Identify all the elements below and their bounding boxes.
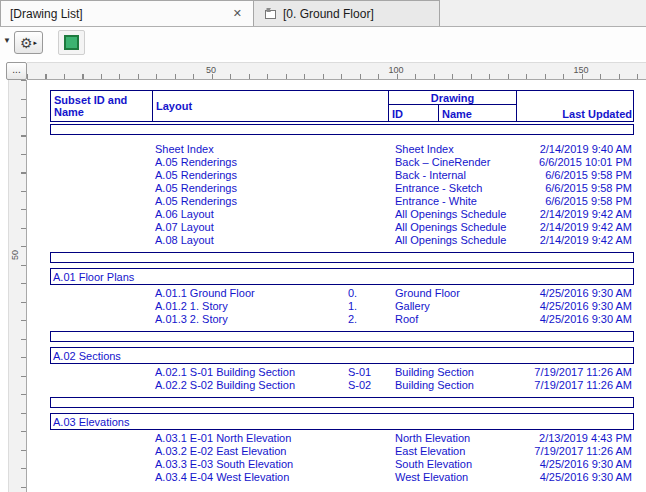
cell-layout: A.03.3 E-03 South Elevation [155, 458, 293, 470]
cell-layout: Sheet Index [155, 143, 214, 155]
cell-layout: A.05 Renderings [155, 182, 237, 194]
cell-last-updated: 6/6/2015 9:58 PM [545, 195, 632, 207]
section-rows: A.01.1 Ground Floor0.Ground Floor4/25/20… [50, 287, 634, 326]
tab-ground-floor[interactable]: [0. Ground Floor] [254, 0, 440, 26]
cell-name: South Elevation [395, 458, 472, 470]
table-row: A.05 RenderingsBack – CineRender6/6/2015… [50, 156, 634, 169]
table-row: A.01.2 1. Story1.Gallery4/25/2016 9:30 A… [50, 300, 634, 313]
cell-name: Sheet Index [395, 143, 454, 155]
drawing-list-body: Sheet IndexSheet Index2/14/2019 9:40 AMA… [50, 124, 634, 484]
ruler-label: 150 [573, 65, 588, 75]
drawing-list-table: Subset ID and Name Layout Drawing ID Nam… [50, 90, 634, 484]
cell-name: Entrance - Sketch [395, 182, 482, 194]
cell-last-updated: 4/25/2016 9:30 AM [540, 287, 632, 299]
cell-last-updated: 6/6/2015 9:58 PM [545, 182, 632, 194]
cell-name: All Openings Schedule [395, 208, 506, 220]
header-subset: Subset ID and Name [51, 91, 153, 121]
cell-last-updated: 2/14/2019 9:42 AM [540, 208, 632, 220]
subset-title: A.03 Elevations [50, 413, 634, 430]
cell-last-updated: 6/6/2015 9:58 PM [545, 169, 632, 181]
ruler-label: 50 [10, 250, 20, 260]
cell-layout: A.05 Renderings [155, 195, 237, 207]
table-row: A.05 RenderingsBack - Internal6/6/2015 9… [50, 169, 634, 182]
cell-id: S-02 [348, 379, 371, 391]
section-separator [50, 124, 634, 135]
cell-layout: A.01.3 2. Story [155, 313, 228, 325]
cell-layout: A.01.1 Ground Floor [155, 287, 255, 299]
cell-name: Building Section [395, 379, 474, 391]
cell-name: Gallery [395, 300, 430, 312]
section-rows: Sheet IndexSheet Index2/14/2019 9:40 AMA… [50, 143, 634, 247]
table-row: A.01.1 Ground Floor0.Ground Floor4/25/20… [50, 287, 634, 300]
tab-drawing-list-label: [Drawing List] [10, 7, 83, 21]
toolbar: ▼ ⚙ ▸ [0, 27, 646, 60]
cell-last-updated: 2/14/2019 9:40 AM [540, 143, 632, 155]
ruler-options-button[interactable]: ... [6, 62, 27, 80]
table-row: A.03.2 E-02 East ElevationEast Elevation… [50, 445, 634, 458]
cell-layout: A.03.2 E-02 East Elevation [155, 445, 286, 457]
section-separator [50, 331, 634, 342]
cell-layout: A.02.2 S-02 Building Section [155, 379, 295, 391]
cell-name: Building Section [395, 366, 474, 378]
close-icon[interactable]: ✕ [231, 7, 244, 20]
table-row: A.02.2 S-02 Building SectionS-02Building… [50, 379, 634, 392]
vertical-ruler[interactable]: 50 [8, 80, 27, 492]
gear-icon: ⚙ [20, 36, 33, 50]
cell-layout: A.01.2 1. Story [155, 300, 228, 312]
table-row: A.03.4 E-04 West ElevationWest Elevation… [50, 471, 634, 484]
cell-layout: A.08 Layout [155, 234, 214, 246]
subset-title: A.02 Sections [50, 347, 634, 364]
layout-canvas[interactable]: Subset ID and Name Layout Drawing ID Nam… [27, 80, 646, 492]
table-header: Subset ID and Name Layout Drawing ID Nam… [50, 90, 634, 122]
collapse-arrow-icon[interactable]: ▼ [3, 36, 11, 45]
cell-last-updated: 4/25/2016 9:30 AM [540, 471, 632, 483]
cell-last-updated: 7/19/2017 11:26 AM [534, 379, 632, 391]
table-row: A.07 LayoutAll Openings Schedule2/14/201… [50, 221, 634, 234]
tab-drawing-list[interactable]: [Drawing List] ✕ [0, 0, 254, 26]
cell-last-updated: 7/19/2017 11:26 AM [534, 366, 632, 378]
tab-bar: [Drawing List] ✕ [0. Ground Floor] [0, 0, 646, 27]
cell-last-updated: 4/25/2016 9:30 AM [540, 300, 632, 312]
header-id: ID [389, 105, 439, 121]
ruler-label: 50 [206, 65, 216, 75]
cell-name: Back – CineRender [395, 156, 490, 168]
cell-layout: A.06 Layout [155, 208, 214, 220]
table-row: A.08 LayoutAll Openings Schedule2/14/201… [50, 234, 634, 247]
cell-last-updated: 2/14/2019 9:42 AM [540, 221, 632, 233]
cell-name: Ground Floor [395, 287, 460, 299]
cell-id: S-01 [348, 366, 371, 378]
layout-sheet-icon [264, 7, 277, 20]
table-row: A.02.1 S-01 Building SectionS-01Building… [50, 366, 634, 379]
cell-name: East Elevation [395, 445, 465, 457]
section-rows: A.03.1 E-01 North ElevationNorth Elevati… [50, 432, 634, 484]
cell-layout: A.05 Renderings [155, 156, 237, 168]
horizontal-ruler[interactable]: 50 100 150 [27, 62, 646, 80]
tab-ground-floor-label: [0. Ground Floor] [283, 7, 374, 21]
table-row: A.05 RenderingsEntrance - White6/6/2015 … [50, 195, 634, 208]
table-row: A.03.3 E-03 South ElevationSouth Elevati… [50, 458, 634, 471]
cell-last-updated: 6/6/2015 10:01 PM [539, 156, 632, 168]
cell-name: West Elevation [395, 471, 468, 483]
cell-last-updated: 4/25/2016 9:30 AM [540, 458, 632, 470]
green-swatch-button[interactable] [58, 30, 85, 55]
header-last-updated: Last Updated [517, 91, 635, 121]
table-row: A.06 LayoutAll Openings Schedule2/14/201… [50, 208, 634, 221]
cell-layout: A.07 Layout [155, 221, 214, 233]
cell-name: Roof [395, 313, 418, 325]
cell-last-updated: 2/13/2019 4:43 PM [539, 432, 632, 444]
table-row: A.03.1 E-01 North ElevationNorth Elevati… [50, 432, 634, 445]
split-arrow-icon: ▸ [34, 39, 38, 47]
subset-title: A.01 Floor Plans [50, 268, 634, 285]
green-square-icon [64, 35, 79, 50]
table-row: A.05 RenderingsEntrance - Sketch6/6/2015… [50, 182, 634, 195]
table-row: A.01.3 2. Story2.Roof4/25/2016 9:30 AM [50, 313, 634, 326]
section-separator [50, 252, 634, 263]
cell-layout: A.03.4 E-04 West Elevation [155, 471, 289, 483]
header-layout: Layout [153, 91, 389, 121]
cell-name: All Openings Schedule [395, 221, 506, 233]
cell-name: Entrance - White [395, 195, 477, 207]
ruler-label: 100 [388, 65, 403, 75]
cell-layout: A.05 Renderings [155, 169, 237, 181]
cell-name: Back - Internal [395, 169, 466, 181]
settings-button[interactable]: ⚙ ▸ [14, 31, 43, 54]
